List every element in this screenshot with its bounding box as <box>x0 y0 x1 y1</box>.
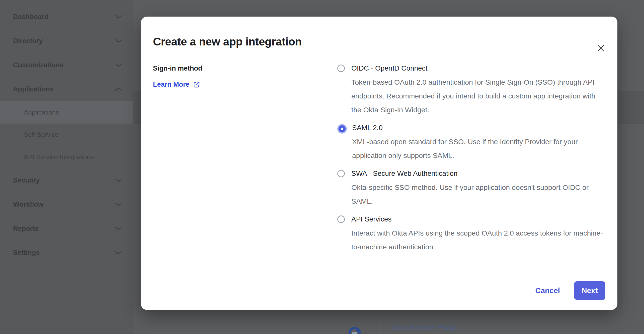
cancel-button[interactable]: Cancel <box>535 286 560 295</box>
radio-unselected-icon[interactable] <box>337 170 345 177</box>
chevron-down-icon <box>115 39 122 43</box>
chevron-down-icon <box>115 251 122 255</box>
background-divider <box>196 310 196 334</box>
sidebar-subitem-applications[interactable]: Applications <box>0 101 133 124</box>
learn-more-link[interactable]: Learn More <box>153 81 200 88</box>
option-api-services-description: Interact with Okta APIs using the scoped… <box>351 226 605 254</box>
sidebar-item-label: Dashboard <box>13 13 48 21</box>
radio-unselected-icon[interactable] <box>337 65 345 72</box>
next-button[interactable]: Next <box>574 281 605 300</box>
external-link-icon <box>193 81 200 88</box>
option-saml-label: SAML 2.0 <box>352 124 383 132</box>
sidebar-item-workflow[interactable]: Workflow <box>0 192 133 216</box>
sign-in-method-label: Sign-in method <box>153 64 337 73</box>
sign-in-method-options: OIDC - OpenID Connect Token-based OAuth … <box>337 64 605 254</box>
sidebar-item-label: Applications <box>13 85 54 93</box>
okta-admin-screen: Dashboard Directory Customizations Appli… <box>0 0 644 334</box>
sidebar-item-label: Directory <box>13 37 43 45</box>
sidebar-subitem-label: Applications <box>24 108 59 116</box>
sidebar-item-settings[interactable]: Settings <box>0 241 133 265</box>
option-api-services-label: API Services <box>351 215 391 223</box>
radio-selected-icon[interactable] <box>339 125 346 132</box>
option-swa[interactable]: SWA - Secure Web Authentication Okta-spe… <box>337 169 605 208</box>
sidebar-item-label: Security <box>13 177 40 184</box>
sidebar-item-dashboard[interactable]: Dashboard <box>0 5 133 29</box>
option-swa-label: SWA - Secure Web Authentication <box>351 170 457 177</box>
option-oidc-description: Token-based OAuth 2.0 authentication for… <box>351 75 605 117</box>
okta-browser-plugin-icon <box>347 325 362 334</box>
sidebar-item-directory[interactable]: Directory <box>0 29 133 53</box>
sidebar-item-label: Customizations <box>13 61 63 69</box>
sidebar-item-label: Workflow <box>13 201 43 208</box>
chevron-down-icon <box>115 15 122 19</box>
chevron-down-icon <box>115 178 122 182</box>
dialog-left-column: Sign-in method Learn More <box>153 64 337 254</box>
sidebar-item-label: Settings <box>13 249 40 257</box>
sidebar-item-customizations[interactable]: Customizations <box>0 53 133 77</box>
sidebar-item-label: Reports <box>13 225 39 233</box>
option-swa-description: Okta-specific SSO method. Use if your ap… <box>351 181 605 208</box>
create-app-integration-dialog: Create a new app integration Sign-in met… <box>141 17 617 310</box>
option-oidc[interactable]: OIDC - OpenID Connect Token-based OAuth … <box>337 64 605 117</box>
option-api-services[interactable]: API Services Interact with Okta APIs usi… <box>337 215 605 254</box>
dialog-footer: Cancel Next <box>535 281 605 300</box>
okta-browser-plugin-link[interactable]: Okta Browser Plugin <box>392 323 458 332</box>
chevron-up-icon <box>115 87 122 91</box>
option-saml-description: XML-based open standard for SSO. Use if … <box>352 135 605 162</box>
sidebar: Dashboard Directory Customizations Appli… <box>0 0 133 334</box>
sidebar-item-security[interactable]: Security <box>0 168 133 192</box>
sidebar-item-applications[interactable]: Applications <box>0 77 133 101</box>
chevron-down-icon <box>115 202 122 206</box>
option-oidc-label: OIDC - OpenID Connect <box>351 64 427 72</box>
chevron-down-icon <box>115 63 122 67</box>
radio-unselected-icon[interactable] <box>337 215 345 223</box>
close-icon[interactable] <box>596 44 605 53</box>
learn-more-label: Learn More <box>153 81 190 88</box>
option-saml[interactable]: SAML 2.0 XML-based open standard for SSO… <box>337 123 605 162</box>
dialog-title: Create a new app integration <box>141 17 617 48</box>
sidebar-subitem-label: Self Service <box>24 131 59 139</box>
sidebar-item-reports[interactable]: Reports <box>0 216 133 241</box>
sidebar-subitem-label: API Service Integrations <box>24 153 94 161</box>
dialog-body: Sign-in method Learn More <box>141 64 617 254</box>
sidebar-subitem-self-service[interactable]: Self Service <box>0 124 133 146</box>
chevron-down-icon <box>115 227 122 231</box>
sidebar-subitem-api-service-integrations[interactable]: API Service Integrations <box>0 146 133 168</box>
background-divider <box>326 310 326 334</box>
